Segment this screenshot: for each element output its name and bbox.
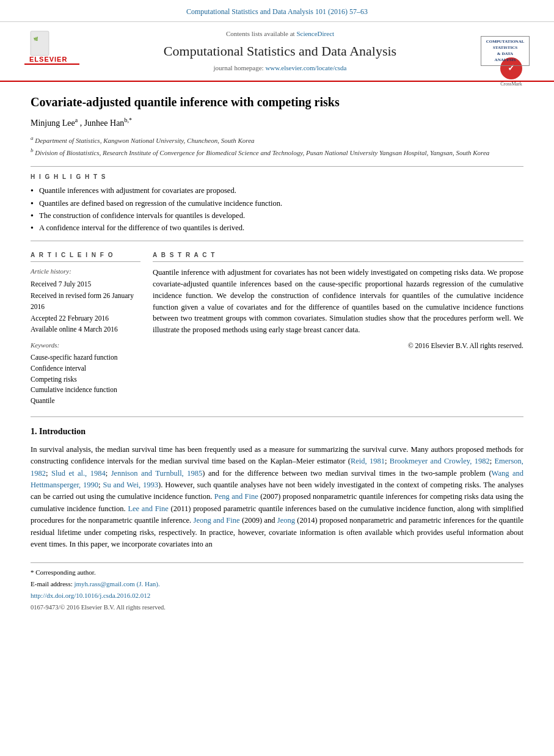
introduction-section: 1. Introduction In survival analysis, th…	[31, 426, 523, 551]
author-2-name: Junhee Han	[84, 118, 125, 127]
highlight-item-4: A confidence interval for the difference…	[31, 222, 523, 233]
sciencedirect-link[interactable]: ScienceDirect	[296, 30, 334, 37]
journal-reference-bar: Computational Statistics and Data Analys…	[0, 0, 554, 22]
author-2-sup: b,*	[124, 117, 132, 123]
ref-lee-fine-2011[interactable]: Lee and Fine	[128, 504, 168, 513]
keyword-3: Competing risks	[31, 374, 140, 385]
affiliation-b: b Division of Biostatistics, Research In…	[31, 147, 523, 158]
ref-jennison-1985[interactable]: Jennison and Turnbull, 1985	[111, 469, 203, 478]
elsevier-logo: 🌿 ELSEVIER	[24, 28, 79, 75]
homepage-url[interactable]: www.elsevier.com/locate/csda	[265, 64, 346, 71]
contents-line: Contents lists available at ScienceDirec…	[86, 29, 475, 39]
svg-rect-9	[24, 64, 79, 65]
intro-heading: 1. Introduction	[31, 426, 523, 438]
corresponding-note: * Corresponding author.	[31, 568, 523, 578]
main-content: ✓ CrossMark Covariate-adjusted quantile …	[0, 82, 554, 625]
author-1-name: Minjung Lee	[31, 118, 75, 127]
journal-header-center: Contents lists available at ScienceDirec…	[86, 29, 475, 73]
author-1-sup: a	[75, 117, 78, 123]
article-info-col: A R T I C L E I N F O Article history: R…	[31, 251, 140, 407]
keyword-5: Quantile	[31, 396, 140, 406]
article-history-block: Article history: Received 7 July 2015 Re…	[31, 267, 140, 335]
abstract-col: A B S T R A C T Quantile inference with …	[153, 251, 523, 407]
paper-title: Covariate-adjusted quantile inference wi…	[31, 94, 523, 110]
highlight-item-3: The construction of confidence intervals…	[31, 210, 523, 221]
keywords-label: Keywords:	[31, 341, 140, 351]
svg-text:ELSEVIER: ELSEVIER	[29, 56, 67, 63]
article-info-heading: A R T I C L E I N F O	[31, 251, 140, 263]
ref-jeong-fine-2009[interactable]: Jeong and Fine	[194, 516, 240, 525]
intro-paragraph: In survival analysis, the median surviva…	[31, 444, 523, 550]
email-label: E-mail address:	[31, 580, 73, 587]
affiliation-a: a Department of Statistics, Kangwon Nati…	[31, 134, 523, 145]
abstract-text: Quantile inference with adjustment for c…	[153, 267, 523, 336]
crossmark-label: CrossMark	[499, 81, 523, 88]
svg-rect-6	[31, 31, 49, 56]
svg-text:🌿: 🌿	[34, 37, 38, 42]
abstract-heading: A B S T R A C T	[153, 251, 523, 263]
highlights-title: H I G H L I G H T S	[31, 173, 523, 182]
highlights-list: Quantile inferences with adjustment for …	[31, 185, 523, 233]
highlights-section: H I G H L I G H T S Quantile inferences …	[31, 166, 523, 241]
journal-logo-box: COMPUTATIONALSTATISTICS& DATAANALYSIS	[481, 36, 530, 66]
journal-title: Computational Statistics and Data Analys…	[86, 42, 475, 61]
ref-su-1993[interactable]: Su and Wei, 1993	[103, 481, 158, 489]
homepage-line: journal homepage: www.elsevier.com/locat…	[86, 64, 475, 73]
article-history-label: Article history:	[31, 267, 140, 277]
homepage-prefix: journal homepage:	[214, 64, 266, 71]
intro-title: Introduction	[39, 427, 86, 436]
date-accepted: Accepted 22 February 2016	[31, 313, 140, 324]
ref-jeong-2014[interactable]: Jeong	[277, 516, 295, 525]
highlight-item-1: Quantile inferences with adjustment for …	[31, 185, 523, 196]
ref-reid-1981[interactable]: Reid, 1981	[351, 457, 385, 465]
ref-brookmeyer-1982[interactable]: Brookmeyer and Crowley, 1982	[390, 457, 490, 465]
doi-footnote: http://dx.doi.org/10.1016/j.csda.2016.02…	[31, 591, 523, 601]
keyword-2: Confidence interval	[31, 363, 140, 374]
article-info-abstract-cols: A R T I C L E I N F O Article history: R…	[31, 251, 523, 407]
contents-prefix: Contents lists available at	[226, 30, 296, 37]
highlight-item-2: Quantiles are defined based on regressio…	[31, 198, 523, 209]
journal-header: 🌿 ELSEVIER Contents lists available at S…	[0, 22, 554, 82]
intro-number: 1.	[31, 427, 37, 436]
date-revised: Received in revised form 26 January 2016	[31, 290, 140, 313]
ref-slud-1984[interactable]: Slud et al., 1984	[51, 469, 106, 478]
footer-copyright: 0167-9473/© 2016 Elsevier B.V. All right…	[31, 603, 523, 612]
author-separator: ,	[80, 118, 84, 127]
keywords-block: Keywords: Cause-specific hazard function…	[31, 341, 140, 405]
email-link[interactable]: jmyh.rass@gmail.com (J. Han).	[74, 580, 159, 587]
keyword-4: Cumulative incidence function	[31, 385, 140, 395]
ref-peng-fine-2007[interactable]: Peng and Fine	[214, 492, 258, 501]
affiliations: a Department of Statistics, Kangwon Nati…	[31, 134, 523, 158]
keywords-list: Cause-specific hazard function Confidenc…	[31, 352, 140, 405]
abstract-copyright: © 2016 Elsevier B.V. All rights reserved…	[153, 341, 523, 351]
authors-line: Minjung Leea , Junhee Hanb,*	[31, 116, 523, 129]
date-received: Received 7 July 2015	[31, 278, 140, 289]
section-divider	[31, 416, 523, 417]
doi-link[interactable]: http://dx.doi.org/10.1016/j.csda.2016.02…	[31, 592, 150, 599]
journal-reference-link[interactable]: Computational Statistics and Data Analys…	[186, 7, 368, 16]
keyword-1: Cause-specific hazard function	[31, 352, 140, 363]
email-footnote: E-mail address: jmyh.rass@gmail.com (J. …	[31, 580, 523, 589]
date-online: Available online 4 March 2016	[31, 324, 140, 335]
footer-area: * Corresponding author. E-mail address: …	[31, 562, 523, 612]
article-dates: Received 7 July 2015 Received in revised…	[31, 278, 140, 335]
